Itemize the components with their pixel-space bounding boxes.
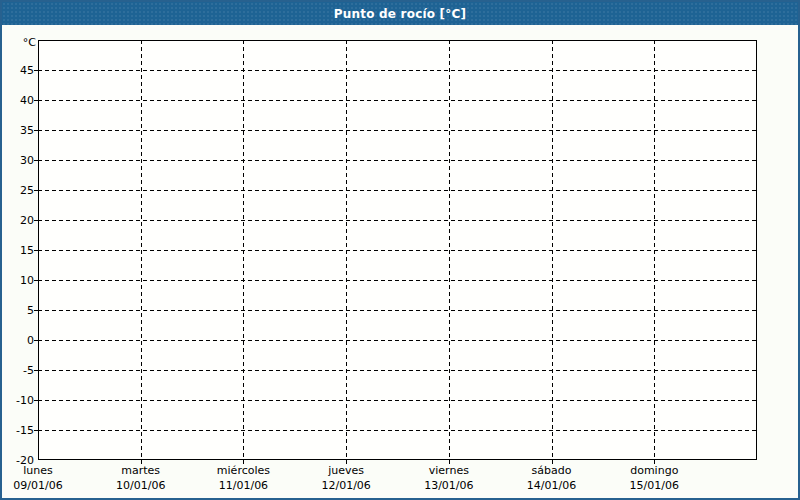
y-gridline [38,100,757,101]
x-axis-date-label: 12/01/06 [291,479,401,492]
y-axis-tick [34,250,38,251]
x-axis-day-label: martes [86,464,196,477]
x-axis-date-label: 13/01/06 [394,479,504,492]
y-tick-label: -15 [2,424,34,437]
chart-area: °C454035302520151050-5-10-15-20lunes09/0… [2,2,798,498]
y-gridline [38,220,757,221]
y-tick-label: 45 [2,64,34,77]
y-tick-label: 20 [2,214,34,227]
y-axis-tick [34,430,38,431]
y-axis-tick [34,370,38,371]
y-axis-tick [34,280,38,281]
y-axis-tick [34,70,38,71]
y-tick-label: 30 [2,154,34,167]
y-gridline [38,340,757,341]
x-gridline [141,40,142,460]
y-tick-label: -10 [2,394,34,407]
x-gridline [449,40,450,460]
x-gridline [243,40,244,460]
y-tick-label: 10 [2,274,34,287]
y-gridline [38,190,757,191]
y-tick-label: 35 [2,124,34,137]
y-gridline [38,160,757,161]
y-tick-label: 40 [2,94,34,107]
y-axis-unit-label: °C [2,36,36,49]
y-axis-tick [34,190,38,191]
x-gridline [346,40,347,460]
x-axis-date-label: 10/01/06 [86,479,196,492]
y-gridline [38,70,757,71]
y-gridline [38,130,757,131]
x-axis-date-label: 11/01/06 [188,479,298,492]
x-axis-date-label: 14/01/06 [497,479,607,492]
y-gridline [38,280,757,281]
y-axis-tick [34,310,38,311]
y-gridline [38,370,757,371]
x-gridline [654,40,655,460]
y-axis-tick [34,220,38,221]
y-axis-tick [34,100,38,101]
y-axis-tick [34,400,38,401]
y-gridline [38,310,757,311]
y-gridline [38,430,757,431]
chart-window: Punto de rocío [°C] °C454035302520151050… [0,0,800,500]
y-tick-label: 25 [2,184,34,197]
y-axis-tick [34,130,38,131]
y-tick-label: 0 [2,334,34,347]
y-axis-tick [34,160,38,161]
y-gridline [38,400,757,401]
x-axis-date-label: 09/01/06 [0,479,93,492]
y-tick-label: -5 [2,364,34,377]
x-axis-day-label: lunes [0,464,93,477]
y-axis-tick [34,340,38,341]
x-axis-day-label: sábado [497,464,607,477]
x-axis-date-label: 15/01/06 [599,479,709,492]
x-axis-day-label: viernes [394,464,504,477]
x-axis-day-label: miércoles [188,464,298,477]
x-gridline [552,40,553,460]
x-axis-day-label: jueves [291,464,401,477]
y-tick-label: 5 [2,304,34,317]
x-axis-day-label: domingo [599,464,709,477]
y-tick-label: 15 [2,244,34,257]
y-gridline [38,250,757,251]
